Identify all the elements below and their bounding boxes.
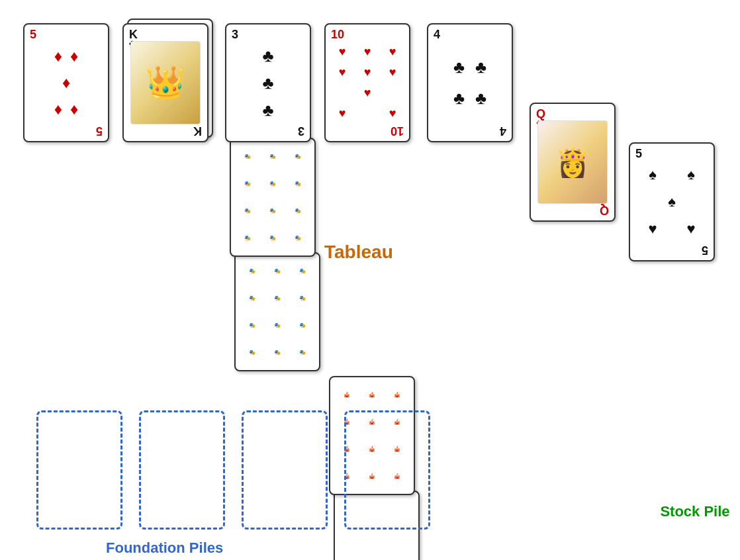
card-queen-diamonds[interactable]: Q ♦ Q 👸 — [530, 103, 616, 222]
card-5-diamonds[interactable]: 5 5 ♦ ♦ ♦ ♦ ♦ — [23, 23, 109, 142]
card-rank-bottom: K — [193, 125, 202, 137]
card-king-clubs[interactable]: K ♣ K 👑 — [122, 23, 208, 142]
back-card-col3a[interactable]: 🎭🎭🎭 🎭🎭🎭 🎭🎭🎭 🎭🎭🎭 — [230, 138, 316, 257]
card-rank-top: 4 — [434, 28, 440, 40]
card-rank-bottom: 5 — [702, 244, 708, 256]
card-5-spades[interactable]: 5 5 ♠♠ ♠ ♥♥ — [629, 142, 715, 261]
card-rank-bottom: 10 — [391, 125, 404, 137]
card-10-hearts[interactable]: 10 10 ♥♥♥ ♥♥♥ ♥ ♥♥ — [324, 23, 410, 142]
card-rank-bottom: 3 — [298, 125, 304, 137]
card-rank-top: 5 — [30, 28, 36, 40]
foundation-slot-4[interactable] — [344, 410, 430, 530]
card-3-clubs[interactable]: 3 3 ♣ ♣ ♣ — [225, 23, 311, 142]
foundation-slot-3[interactable] — [242, 410, 328, 530]
card-rank-top: 5 — [635, 148, 642, 160]
stock-label: Stock Pile — [652, 503, 738, 520]
card-rank-bottom: 5 — [96, 125, 103, 137]
tableau-label: Tableau — [324, 242, 393, 263]
card-rank-bottom: Q — [600, 205, 609, 216]
back-card-col3b[interactable]: 🎭🎭🎭 🎭🎭🎭 🎭🎭🎭 🎭🎭🎭 — [234, 252, 320, 371]
foundation-slot-1[interactable] — [36, 410, 122, 530]
card-rank-bottom: 4 — [500, 125, 506, 137]
card-4-clubs[interactable]: 4 4 ♣♣ ♣♣ — [427, 23, 513, 142]
foundation-slot-2[interactable] — [139, 410, 225, 530]
foundation-label: Foundation Piles — [106, 539, 223, 557]
card-rank-top: 10 — [331, 28, 344, 40]
card-rank-top: 3 — [232, 28, 238, 40]
